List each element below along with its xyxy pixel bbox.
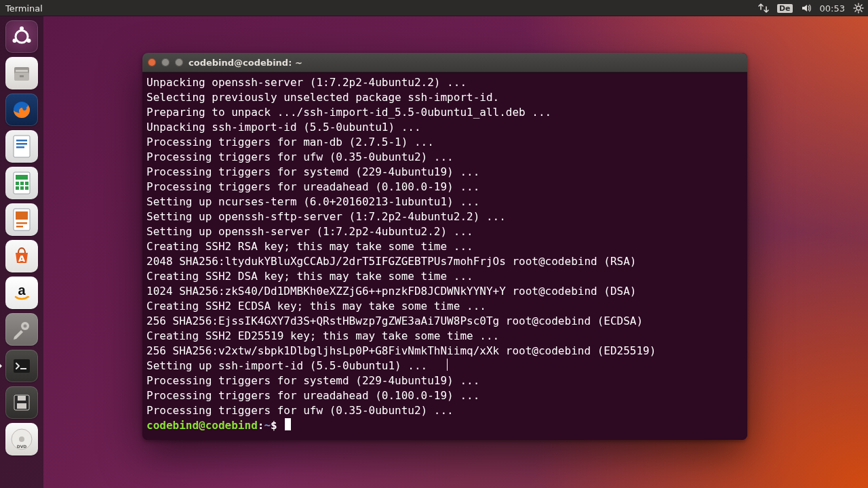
session-indicator[interactable] — [849, 0, 868, 16]
terminal-line: Setting up ncurses-term (6.0+20160213-1u… — [146, 195, 747, 209]
svg-rect-19 — [16, 186, 19, 190]
terminal-line: Unpacking openssh-server (1:7.2p2-4ubunt… — [146, 75, 747, 90]
terminal-line: Selecting previously unselected package … — [146, 90, 747, 105]
network-indicator[interactable] — [754, 0, 773, 16]
launcher-disc[interactable]: DVD — [5, 423, 38, 455]
file-manager-icon — [10, 62, 33, 85]
network-updown-icon — [758, 3, 769, 14]
terminal-window[interactable]: codebind@codebind: ~ Unpacking openssh-s… — [142, 53, 747, 440]
svg-text:a: a — [18, 283, 26, 298]
svg-point-0 — [856, 6, 861, 10]
terminal-line: Unpacking ssh-import-id (5.5-0ubuntu1) .… — [146, 120, 747, 135]
launcher-save[interactable] — [5, 386, 38, 419]
window-close-button[interactable] — [148, 58, 156, 66]
prompt-path: ~ — [264, 419, 271, 432]
launcher-files[interactable] — [5, 57, 38, 89]
impress-icon — [12, 207, 32, 232]
launcher-calc[interactable] — [5, 167, 38, 199]
terminal-line: Processing triggers for ufw (0.35-0ubunt… — [146, 150, 747, 165]
svg-text:DVD: DVD — [17, 444, 27, 449]
svg-rect-16 — [16, 182, 19, 185]
svg-rect-17 — [20, 182, 24, 185]
terminal-line: 256 SHA256:v2xtw/sbpk1DlbgljhsLp0P+G8Fiv… — [146, 344, 747, 359]
dvd-icon: DVD — [8, 426, 35, 453]
terminal-line: Preparing to unpack .../ssh-import-id_5.… — [146, 105, 747, 120]
svg-rect-24 — [16, 222, 27, 224]
terminal-line: Creating SSH2 DSA key; this may take som… — [146, 269, 747, 284]
launcher-software[interactable]: A — [5, 240, 38, 272]
launcher-firefox[interactable] — [5, 94, 38, 126]
svg-rect-33 — [18, 396, 26, 401]
window-minimize-button[interactable] — [161, 58, 170, 66]
svg-rect-13 — [16, 146, 24, 148]
keyboard-layout-badge: De — [777, 4, 793, 13]
prompt-symbol: $ — [271, 419, 283, 432]
window-maximize-button[interactable] — [175, 58, 183, 66]
terminal-body[interactable]: Unpacking openssh-server (1:7.2p2-4ubunt… — [142, 73, 747, 440]
terminal-line: Processing triggers for systemd (229-4ub… — [146, 373, 747, 388]
svg-rect-11 — [16, 140, 27, 142]
terminal-line: Processing triggers for ufw (0.35-0ubunt… — [146, 403, 747, 418]
terminal-line: 1024 SHA256:zkS40/Dd1DMBKh0eXZZjG6++pnzk… — [146, 284, 747, 299]
svg-point-4 — [27, 39, 31, 43]
text-caret-icon — [447, 359, 448, 371]
terminal-line: Creating SSH2 ECDSA key; this may take s… — [146, 299, 747, 314]
launcher-writer[interactable] — [5, 130, 38, 163]
terminal-line: 2048 SHA256:ltydukYBluXgCCAbJ/2drT5IFGZG… — [146, 254, 747, 269]
terminal-output: Unpacking openssh-server (1:7.2p2-4ubunt… — [146, 75, 747, 433]
launcher-terminal[interactable] — [5, 350, 38, 382]
gear-icon — [853, 3, 864, 14]
terminal-titlebar[interactable]: codebind@codebind: ~ — [142, 53, 747, 73]
svg-text:A: A — [18, 253, 25, 264]
shopping-bag-icon: A — [10, 245, 33, 268]
block-cursor-icon — [285, 418, 291, 430]
terminal-line: Setting up openssh-server (1:7.2p2-4ubun… — [146, 224, 747, 239]
calc-icon — [12, 171, 32, 195]
svg-rect-20 — [20, 186, 24, 190]
svg-point-3 — [13, 39, 17, 43]
terminal-prompt[interactable]: codebind@codebind:~$ — [146, 418, 747, 433]
terminal-line: Creating SSH2 ED25519 key; this may take… — [146, 329, 747, 344]
terminal-line: Setting up openssh-sftp-server (1:7.2p2-… — [146, 209, 747, 224]
svg-rect-8 — [20, 75, 24, 77]
svg-rect-25 — [16, 226, 23, 228]
launcher-impress[interactable] — [5, 203, 38, 236]
active-app-title: Terminal — [5, 3, 43, 14]
terminal-icon — [10, 354, 33, 378]
svg-rect-31 — [20, 368, 26, 369]
amazon-icon: a — [10, 281, 33, 304]
svg-rect-18 — [25, 182, 28, 185]
volume-icon — [801, 3, 812, 14]
wrench-gear-icon — [10, 318, 33, 341]
terminal-line: Processing triggers for ureadahead (0.10… — [146, 388, 747, 403]
prompt-userhost: codebind@codebind — [146, 419, 258, 432]
top-menu-bar: Terminal De 00:53 — [0, 0, 868, 16]
terminal-line: 256 SHA256:EjssIK4GXY7d3S+QRstHBwzp7gZWE… — [146, 314, 747, 329]
launcher-amazon[interactable]: a — [5, 277, 38, 309]
clock-text: 00:53 — [820, 3, 845, 14]
terminal-line: Processing triggers for systemd (229-4ub… — [146, 165, 747, 180]
launcher-settings[interactable] — [5, 313, 38, 346]
terminal-title: codebind@codebind: ~ — [189, 58, 302, 68]
svg-point-2 — [20, 26, 24, 30]
sound-indicator[interactable] — [797, 0, 816, 16]
svg-rect-15 — [16, 175, 28, 180]
svg-point-36 — [19, 436, 24, 442]
terminal-line: Processing triggers for ureadahead (0.10… — [146, 180, 747, 195]
svg-rect-12 — [16, 143, 27, 145]
writer-icon — [12, 134, 32, 159]
svg-rect-30 — [14, 359, 30, 373]
ubuntu-logo-icon — [10, 25, 33, 48]
keyboard-indicator[interactable]: De — [773, 0, 797, 16]
terminal-line: Creating SSH2 RSA key; this may take som… — [146, 239, 747, 254]
svg-point-29 — [24, 325, 27, 328]
firefox-icon — [10, 98, 33, 121]
floppy-icon — [10, 391, 33, 414]
svg-rect-23 — [16, 211, 28, 220]
svg-rect-34 — [17, 403, 26, 409]
launcher-dash[interactable] — [5, 20, 38, 53]
svg-rect-6 — [16, 70, 28, 72]
terminal-line: Processing triggers for man-db (2.7.5-1)… — [146, 135, 747, 150]
clock-indicator[interactable]: 00:53 — [816, 0, 849, 16]
svg-rect-21 — [25, 186, 28, 190]
